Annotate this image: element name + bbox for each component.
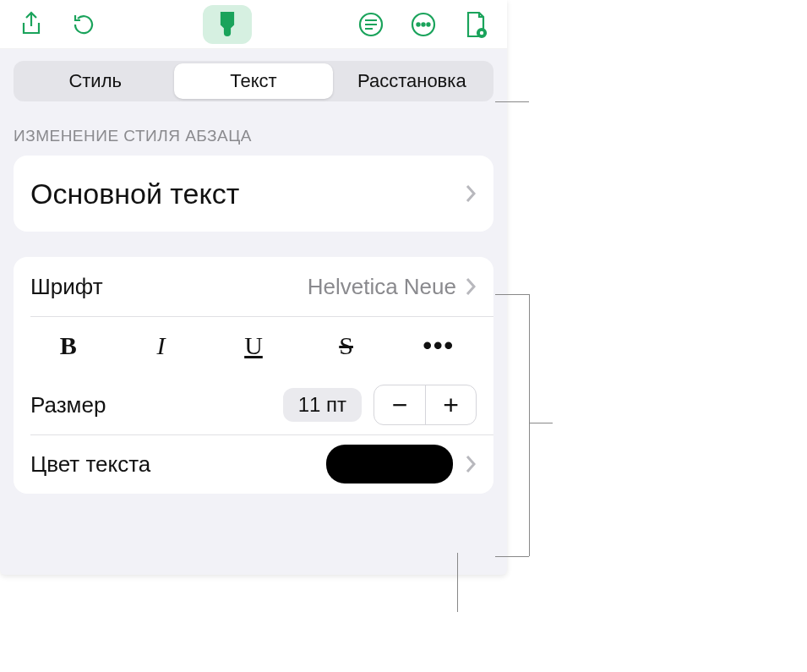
size-row: Размер 11 пт − + <box>14 375 493 434</box>
toolbar <box>0 0 507 49</box>
more-button[interactable] <box>399 5 448 44</box>
size-label: Размер <box>30 392 106 418</box>
share-button[interactable] <box>7 5 56 44</box>
panel-body: Стиль Текст Расстановка ИЗМЕНЕНИЕ СТИЛЯ … <box>0 49 507 494</box>
font-card: Шрифт Helvetica Neue B I U S ••• Размер … <box>14 257 493 494</box>
tab-style[interactable]: Стиль <box>16 63 174 99</box>
format-panel: Стиль Текст Расстановка ИЗМЕНЕНИЕ СТИЛЯ … <box>0 0 507 575</box>
text-color-swatch[interactable] <box>326 445 453 484</box>
format-brush-button[interactable] <box>203 5 252 44</box>
document-settings-button[interactable] <box>451 5 500 44</box>
chevron-right-icon <box>465 276 477 297</box>
font-label: Шрифт <box>30 274 103 300</box>
text-options-more-button[interactable]: ••• <box>409 331 468 360</box>
paragraph-style-row[interactable]: Основной текст <box>14 156 493 232</box>
undo-button[interactable] <box>59 5 108 44</box>
strike-button[interactable]: S <box>317 331 376 360</box>
svg-point-3 <box>422 23 424 25</box>
paragraph-style-card: Основной текст <box>14 156 493 232</box>
chevron-right-icon <box>465 183 477 204</box>
section-title: ИЗМЕНЕНИЕ СТИЛЯ АБЗАЦА <box>14 127 493 145</box>
size-increase-button[interactable]: + <box>425 385 476 424</box>
tab-arrange[interactable]: Расстановка <box>333 63 491 99</box>
svg-point-2 <box>417 23 419 25</box>
callout-line <box>495 294 529 295</box>
bold-button[interactable]: B <box>39 331 98 360</box>
callout-line <box>529 294 530 556</box>
svg-point-4 <box>427 23 429 25</box>
chevron-right-icon <box>465 454 477 474</box>
callout-line <box>457 553 458 612</box>
font-style-row: B I U S ••• <box>14 316 493 375</box>
insert-button[interactable] <box>346 5 395 44</box>
size-decrease-button[interactable]: − <box>374 385 425 424</box>
paragraph-style-label: Основной текст <box>30 178 239 210</box>
text-color-label: Цвет текста <box>30 451 150 478</box>
callout-line <box>529 423 553 423</box>
size-stepper: − + <box>374 385 477 425</box>
format-tabs: Стиль Текст Расстановка <box>14 61 493 101</box>
underline-button[interactable]: U <box>224 331 283 360</box>
font-value: Helvetica Neue <box>308 274 456 300</box>
callout-line <box>495 101 529 102</box>
text-color-row[interactable]: Цвет текста <box>14 434 493 494</box>
italic-button[interactable]: I <box>131 331 190 360</box>
font-row[interactable]: Шрифт Helvetica Neue <box>14 257 493 316</box>
svg-point-6 <box>480 30 483 34</box>
callout-line <box>495 556 529 557</box>
tab-text[interactable]: Текст <box>174 63 332 99</box>
size-value-button[interactable]: 11 пт <box>283 388 362 422</box>
